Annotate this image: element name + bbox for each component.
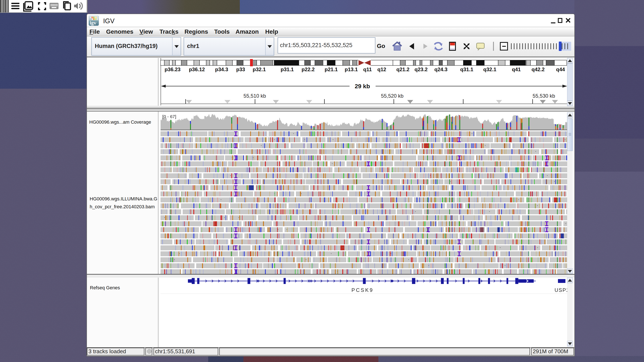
svg-text:igv: igv (90, 20, 96, 25)
